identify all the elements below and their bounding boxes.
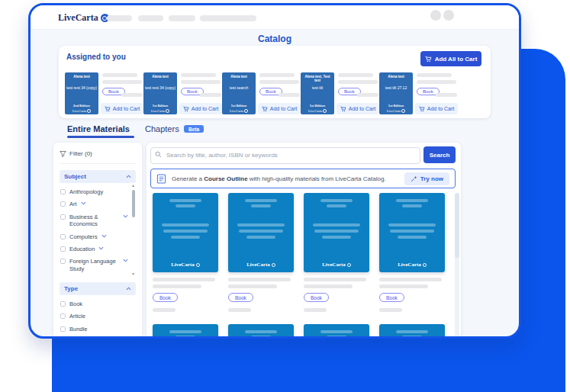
title-placeholder-bar	[259, 73, 295, 77]
subject-filter-option[interactable]: Computers	[60, 233, 128, 241]
add-all-to-cart-button[interactable]: Add All to Cart	[420, 51, 481, 66]
cover-author: Alena test	[143, 75, 177, 79]
tab-entire-materials[interactable]: Entire Materials	[67, 124, 130, 133]
checkbox[interactable]	[60, 234, 66, 239]
cover-author-placeholder	[327, 204, 346, 207]
add-to-cart-button[interactable]: Add to Cart	[179, 103, 222, 114]
add-to-cart-button[interactable]: Add to Cart	[337, 103, 379, 114]
subject-scrollbar[interactable]: ▲ ▼	[130, 183, 136, 276]
tab-chapters[interactable]: Chapters	[145, 124, 179, 133]
subject-filter-option[interactable]: Education	[60, 246, 128, 253]
add-to-cart-button[interactable]: Add to Cart	[415, 103, 458, 114]
cover-title-placeholder	[390, 230, 434, 233]
book-cover-thumbnail[interactable]: Alena test test rest 34 (copy) 2nd Editi…	[65, 72, 98, 114]
book-cover-thumbnail[interactable]: Alena test test search 1st Edition LiveC…	[222, 72, 256, 114]
author-placeholder-bar	[259, 80, 299, 84]
checkbox[interactable]	[60, 201, 66, 207]
catalog-scrollbar[interactable]	[455, 193, 459, 339]
subject-filter-option[interactable]: Business & Economics	[60, 214, 128, 229]
nav-item-placeholder[interactable]	[138, 15, 163, 21]
user-avatar[interactable]	[430, 10, 441, 21]
book-cover[interactable]: LiveCarta	[153, 193, 218, 272]
book-cover[interactable]: LiveCarta	[228, 193, 294, 272]
livecarta-logo[interactable]: LiveCarta	[58, 12, 109, 24]
assigned-book-card[interactable]: Alena test, Test test test tilt 1st Edit…	[301, 72, 379, 115]
add-to-cart-button[interactable]: Add to Cart	[101, 103, 143, 114]
assigned-book-card[interactable]: Alena test test search 1st Edition LiveC…	[222, 72, 301, 115]
type-filter-option[interactable]: Course outline	[60, 338, 128, 339]
option-label: Business & Economics	[69, 214, 119, 229]
checkbox[interactable]	[60, 313, 66, 319]
nav-item-placeholder[interactable]	[200, 15, 256, 21]
app-window: LiveCarta Catalog Assigned to you Add Al…	[28, 3, 521, 339]
type-filter-option[interactable]: Book	[60, 300, 128, 308]
cover-author-placeholder	[251, 336, 271, 339]
book-grid-item[interactable]: LiveCarta Book	[153, 193, 218, 312]
nav-item-placeholder[interactable]	[169, 15, 195, 21]
cart-icon	[425, 56, 432, 63]
cart-icon	[105, 106, 111, 112]
book-type-badge: Book	[379, 293, 404, 302]
subject-filter-option[interactable]: Anthropology	[60, 188, 128, 196]
book-cover[interactable]: LiveCarta	[379, 193, 445, 272]
book-cover-thumbnail[interactable]: Alena test test rest 34 (copy) 1st Editi…	[143, 72, 177, 114]
subject-section-header[interactable]: Subject	[60, 170, 136, 183]
book-type-badge: Book	[304, 293, 329, 302]
subject-filter-option[interactable]: Foreign Language Study	[60, 258, 128, 273]
filter-summary[interactable]: Filter (0)	[60, 149, 136, 164]
chevron-down-icon[interactable]	[101, 234, 107, 238]
cover-title-placeholder	[388, 223, 436, 227]
scrollbar-thumb[interactable]	[132, 190, 135, 217]
checkbox[interactable]	[60, 214, 66, 220]
checkbox[interactable]	[60, 246, 66, 252]
cover-title: test tilt	[301, 85, 334, 90]
price-placeholder-bar	[357, 93, 378, 97]
book-cover-thumbnail[interactable]: Alena test test tilt 27.12 1st Edition L…	[379, 72, 413, 114]
user-avatar[interactable]	[443, 10, 454, 21]
cover-brand: LiveCarta	[379, 109, 413, 113]
nav-item-placeholder[interactable]	[107, 15, 132, 21]
book-cover[interactable]: LiveCarta	[304, 193, 369, 272]
chevron-down-icon[interactable]	[123, 259, 128, 262]
type-filter-option[interactable]: Article	[60, 313, 128, 320]
assigned-book-card[interactable]: Alena test test rest 34 (copy) 2nd Editi…	[65, 72, 143, 115]
scrollbar-thumb[interactable]	[455, 193, 459, 258]
book-cover[interactable]	[304, 324, 369, 339]
cover-brand: LiveCarta	[379, 262, 445, 268]
book-grid-item[interactable]: LiveCarta Book	[379, 193, 445, 312]
book-grid-item[interactable]: LiveCarta Book	[228, 193, 294, 312]
search-input[interactable]	[150, 147, 420, 164]
chevron-down-icon[interactable]	[123, 214, 128, 218]
price-placeholder-bar	[379, 308, 402, 312]
cover-title: test tilt 27.12	[379, 85, 413, 90]
option-label: Foreign Language Study	[69, 258, 119, 273]
chevron-down-icon[interactable]	[81, 201, 86, 205]
search-button[interactable]: Search	[423, 146, 456, 163]
book-grid-item[interactable]: LiveCarta Book	[304, 193, 369, 312]
type-filter-option[interactable]: Bundle	[60, 326, 128, 333]
book-cover[interactable]	[153, 324, 218, 339]
scroll-up-arrow[interactable]: ▲	[131, 183, 135, 188]
book-cover-thumbnail[interactable]: Alena test, Test test test tilt 1st Edit…	[301, 72, 334, 114]
subject-filter-option[interactable]: Art	[60, 201, 128, 208]
book-grid-item[interactable]	[304, 324, 369, 339]
type-section-header[interactable]: Type	[60, 282, 136, 295]
checkbox[interactable]	[60, 326, 66, 332]
book-cover[interactable]	[379, 324, 445, 339]
assigned-book-card[interactable]: Alena test test tilt 27.12 1st Edition L…	[379, 72, 458, 115]
scroll-down-arrow[interactable]: ▼	[131, 272, 135, 276]
checkbox[interactable]	[60, 301, 66, 307]
checkbox[interactable]	[60, 189, 66, 194]
book-grid-item[interactable]	[228, 324, 294, 339]
assigned-book-card[interactable]: Alena test test rest 34 (copy) 1st Editi…	[143, 72, 222, 115]
book-grid-item[interactable]	[153, 324, 218, 339]
try-now-button[interactable]: Try now	[404, 172, 449, 185]
option-label: Anthropology	[69, 188, 103, 196]
document-icon	[156, 174, 166, 184]
cover-author-placeholder	[251, 204, 271, 207]
book-cover[interactable]	[228, 324, 294, 339]
add-to-cart-button[interactable]: Add to Cart	[258, 103, 301, 114]
checkbox[interactable]	[60, 259, 66, 264]
chevron-down-icon[interactable]	[98, 246, 104, 250]
book-grid-item[interactable]	[379, 324, 445, 339]
